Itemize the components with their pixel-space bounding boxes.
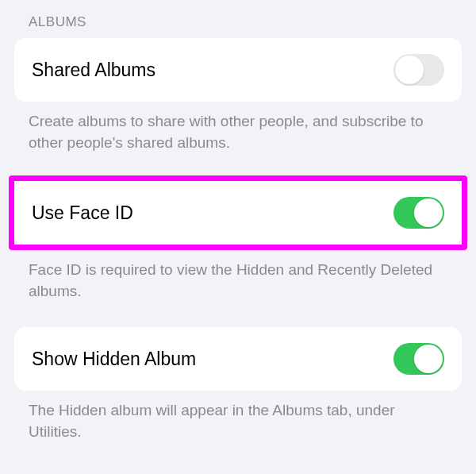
use-face-id-description: Face ID is required to view the Hidden a…: [14, 250, 462, 302]
show-hidden-album-label: Show Hidden Album: [32, 349, 196, 370]
setting-use-face-id: Use Face ID: [14, 181, 462, 245]
toggle-knob-icon: [414, 198, 443, 227]
setting-shared-albums: Shared Albums: [14, 38, 462, 102]
toggle-knob-icon: [414, 345, 443, 373]
shared-albums-description: Create albums to share with other people…: [14, 102, 462, 153]
use-face-id-label: Use Face ID: [32, 202, 133, 224]
show-hidden-album-description: The Hidden album will appear in the Albu…: [14, 391, 462, 442]
shared-albums-label: Shared Albums: [32, 60, 155, 81]
show-hidden-album-toggle[interactable]: [393, 343, 444, 375]
section-header-albums: ALBUMS: [14, 0, 462, 38]
setting-show-hidden-album: Show Hidden Album: [14, 327, 462, 391]
use-face-id-toggle[interactable]: [393, 197, 444, 229]
highlight-annotation: Use Face ID: [9, 175, 467, 250]
shared-albums-toggle[interactable]: [393, 54, 444, 86]
toggle-knob-icon: [395, 56, 424, 84]
